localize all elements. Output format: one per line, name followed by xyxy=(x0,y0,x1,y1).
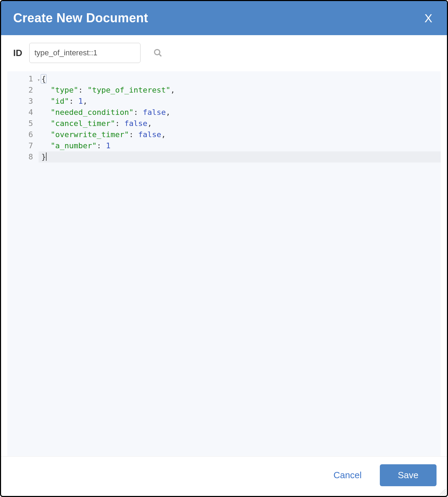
fold-toggle-icon[interactable]: ▾ xyxy=(37,74,40,86)
code-line[interactable]: "cancel_timer": false, xyxy=(41,118,175,129)
id-row: ID xyxy=(1,35,447,71)
svg-point-0 xyxy=(154,49,160,55)
close-button[interactable]: X xyxy=(420,9,437,28)
create-document-modal: Create New Document X ID 1▾2345678 { "ty… xyxy=(0,0,448,497)
line-number: 7 xyxy=(7,140,37,151)
line-number: 4 xyxy=(7,107,37,118)
id-label: ID xyxy=(13,48,22,58)
code-line[interactable]: "a_number": 1 xyxy=(41,140,175,151)
search-icon[interactable] xyxy=(151,46,165,60)
code-line[interactable]: } xyxy=(39,151,441,163)
line-number-gutter: 1▾2345678 xyxy=(7,71,39,456)
code-line[interactable]: "overwrite_timer": false, xyxy=(41,129,175,140)
cancel-button[interactable]: Cancel xyxy=(327,466,368,484)
modal-title: Create New Document xyxy=(13,11,148,25)
document-id-input[interactable] xyxy=(29,43,141,63)
code-line[interactable]: "id": 1, xyxy=(41,96,175,107)
modal-footer: Cancel Save xyxy=(1,456,447,496)
modal-header: Create New Document X xyxy=(1,1,447,35)
svg-line-1 xyxy=(159,54,161,56)
code-line[interactable]: { xyxy=(41,73,175,85)
line-number: 3 xyxy=(7,96,37,107)
code-line[interactable]: "type": "type_of_interest", xyxy=(41,85,175,96)
line-number: 8 xyxy=(7,151,37,163)
line-number: 2 xyxy=(7,85,37,96)
code-area[interactable]: { "type": "type_of_interest", "id": 1, "… xyxy=(39,71,175,456)
line-number: 6 xyxy=(7,129,37,140)
line-number: 5 xyxy=(7,118,37,129)
save-button[interactable]: Save xyxy=(380,464,437,486)
line-number: 1▾ xyxy=(7,73,37,85)
code-line[interactable]: "needed_condition": false, xyxy=(41,107,175,118)
cursor-caret xyxy=(46,152,47,161)
json-editor[interactable]: 1▾2345678 { "type": "type_of_interest", … xyxy=(7,71,441,456)
